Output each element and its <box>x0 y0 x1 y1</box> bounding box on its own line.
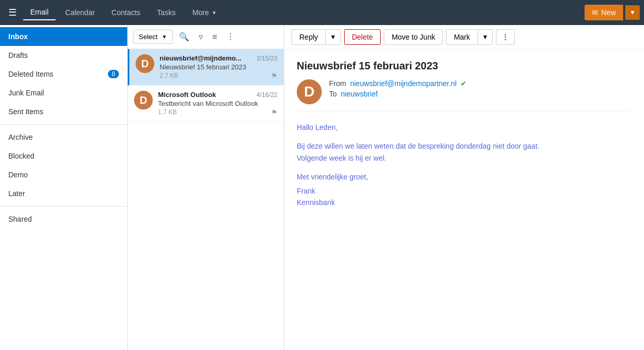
sidebar-item-shared[interactable]: Shared <box>0 210 127 228</box>
sender-avatar: D <box>297 79 322 104</box>
reply-dropdown-button[interactable]: ▼ <box>325 30 341 44</box>
filter-icon: ▿ <box>199 32 203 41</box>
email-reading-title: Nieuwsbrief 15 februari 2023 <box>297 60 631 72</box>
email-size: 2.7 KB <box>160 72 178 80</box>
nav-item-calendar[interactable]: Calendar <box>58 5 102 20</box>
email-meta: Microsoft Outlook 4/16/22 Testbericht va… <box>158 91 277 116</box>
reply-button[interactable]: Reply <box>292 30 325 44</box>
email-size: 1.7 KB <box>158 108 177 116</box>
email-sender: Microsoft Outlook <box>158 91 216 99</box>
sidebar-item-sent-items[interactable]: Sent Items <box>0 102 127 121</box>
flag-icon: ⚑ <box>271 108 277 116</box>
sender-to-row: To nieuwsbrief <box>329 90 467 98</box>
sender-from-row: From nieuwsbrief@mijndemopartner.nl ✔ <box>329 79 467 88</box>
email-greeting: Hallo Leden, <box>297 122 631 133</box>
sidebar-shared-label: Shared <box>8 215 32 223</box>
reading-toolbar: Reply ▼ Delete Move to Junk Mark ▼ ⋮ <box>284 25 644 50</box>
mark-dropdown-button[interactable]: ▼ <box>478 30 493 44</box>
select-arrow: ▼ <box>162 34 167 40</box>
move-to-junk-button[interactable]: Move to Junk <box>384 30 442 44</box>
select-button[interactable]: Select ▼ <box>133 30 173 44</box>
sidebar-item-archive[interactable]: Archive <box>0 128 127 147</box>
more-actions-icon: ⋮ <box>502 33 509 41</box>
flag-icon: ⚑ <box>271 72 277 80</box>
email-subject: Nieuwsbrief 15 februari 2023 <box>160 63 277 71</box>
sidebar-divider-2 <box>0 206 127 207</box>
sidebar-divider-1 <box>0 124 127 125</box>
sidebar-deleted-label: Deleted Items <box>8 70 53 78</box>
email-closing: Met vriendelijke groet, <box>297 171 631 183</box>
email-item[interactable]: D Microsoft Outlook 4/16/22 Testbericht … <box>128 86 284 122</box>
search-icon: 🔍 <box>179 32 189 41</box>
email-signature-name: Frank <box>297 185 631 197</box>
new-button-icon: ✉ <box>592 8 598 17</box>
more-list-icon: ⋮ <box>226 32 235 41</box>
delete-button[interactable]: Delete <box>344 29 381 45</box>
reply-button-group: Reply ▼ <box>291 29 341 45</box>
sort-button[interactable]: ≡ <box>209 30 220 44</box>
sidebar-item-junk-email[interactable]: Junk Email <box>0 83 127 102</box>
avatar-letter: D <box>141 58 149 70</box>
top-navigation: ☰ Email Calendar Contacts Tasks More ▼ ✉… <box>0 0 644 25</box>
reading-content: Nieuwsbrief 15 februari 2023 D From nieu… <box>284 50 644 350</box>
email-date: 4/16/22 <box>257 91 277 99</box>
new-button-label: New <box>601 8 616 17</box>
sidebar-drafts-label: Drafts <box>8 51 28 59</box>
sender-avatar-letter: D <box>304 83 314 100</box>
avatar-letter: D <box>140 94 147 106</box>
sidebar-item-blocked[interactable]: Blocked <box>0 147 127 165</box>
sidebar-item-deleted-items[interactable]: Deleted Items 8 <box>0 65 127 83</box>
nav-item-tasks[interactable]: Tasks <box>150 5 183 20</box>
from-address-link[interactable]: nieuwsbrief@mijndemopartner.nl <box>350 79 456 88</box>
nav-more-arrow: ▼ <box>212 10 217 16</box>
mark-button-group: Mark ▼ <box>446 29 493 45</box>
email-list-panel: Select ▼ 🔍 ▿ ≡ ⋮ D <box>128 25 284 350</box>
reading-pane: Reply ▼ Delete Move to Junk Mark ▼ ⋮ Nie… <box>284 25 644 350</box>
avatar: D <box>134 91 153 110</box>
email-header-row: D From nieuwsbrief@mijndemopartner.nl ✔ … <box>297 79 631 112</box>
sidebar-sent-label: Sent Items <box>8 107 43 116</box>
sidebar-item-later[interactable]: Later <box>0 184 127 203</box>
email-list: D nieuwsbrief@mijndemo... 2/15/23 Nieuws… <box>128 49 284 350</box>
sidebar-item-inbox[interactable]: Inbox <box>0 27 127 46</box>
sidebar-archive-label: Archive <box>8 133 33 141</box>
reply-arrow-icon: ▼ <box>330 33 336 41</box>
email-list-toolbar: Select ▼ 🔍 ▿ ≡ ⋮ <box>128 25 284 49</box>
search-button[interactable]: 🔍 <box>176 29 192 44</box>
sender-info: From nieuwsbrief@mijndemopartner.nl ✔ To… <box>329 79 467 98</box>
email-meta: nieuwsbrief@mijndemo... 2/15/23 Nieuwsbr… <box>160 54 277 80</box>
verified-icon: ✔ <box>460 79 467 88</box>
email-sender: nieuwsbrief@mijndemo... <box>160 54 241 62</box>
to-label: To <box>329 90 337 98</box>
nav-item-email[interactable]: Email <box>23 5 56 20</box>
from-label: From <box>329 79 346 88</box>
nav-item-contacts[interactable]: Contacts <box>104 5 148 20</box>
filter-button[interactable]: ▿ <box>196 29 206 44</box>
nav-toggle-button[interactable]: ☰ <box>4 4 21 21</box>
sidebar-inbox-label: Inbox <box>8 32 28 41</box>
email-paragraph1: Bij deze willen we laten weten dat de be… <box>297 140 631 164</box>
new-button-dropdown[interactable]: ▼ <box>625 5 640 20</box>
avatar: D <box>136 54 154 73</box>
mark-arrow-icon: ▼ <box>482 33 489 41</box>
main-layout: Inbox Drafts Deleted Items 8 Junk Email … <box>0 25 644 350</box>
sidebar-blocked-label: Blocked <box>8 152 34 160</box>
email-subject: Testbericht van Microsoft Outlook <box>158 100 277 107</box>
nav-more-label: More <box>192 8 209 17</box>
sidebar-item-demo[interactable]: Demo <box>0 165 127 184</box>
email-meta-top: Microsoft Outlook 4/16/22 <box>158 91 277 99</box>
sidebar: Inbox Drafts Deleted Items 8 Junk Email … <box>0 25 128 350</box>
email-item[interactable]: D nieuwsbrief@mijndemo... 2/15/23 Nieuws… <box>128 49 284 86</box>
sidebar-item-drafts[interactable]: Drafts <box>0 46 127 65</box>
deleted-items-badge: 8 <box>108 70 119 78</box>
more-list-button[interactable]: ⋮ <box>223 29 238 44</box>
mark-button[interactable]: Mark <box>446 30 477 44</box>
nav-item-more[interactable]: More ▼ <box>185 5 224 20</box>
email-signature-company: Kennisbank <box>297 197 631 208</box>
email-meta-top: nieuwsbrief@mijndemo... 2/15/23 <box>160 54 277 62</box>
more-actions-button[interactable]: ⋮ <box>496 29 515 45</box>
to-address-link[interactable]: nieuwsbrief <box>341 90 378 98</box>
move-to-junk-button-group: Move to Junk <box>384 29 443 45</box>
sort-icon: ≡ <box>212 32 217 41</box>
new-button[interactable]: ✉ New <box>585 5 623 20</box>
